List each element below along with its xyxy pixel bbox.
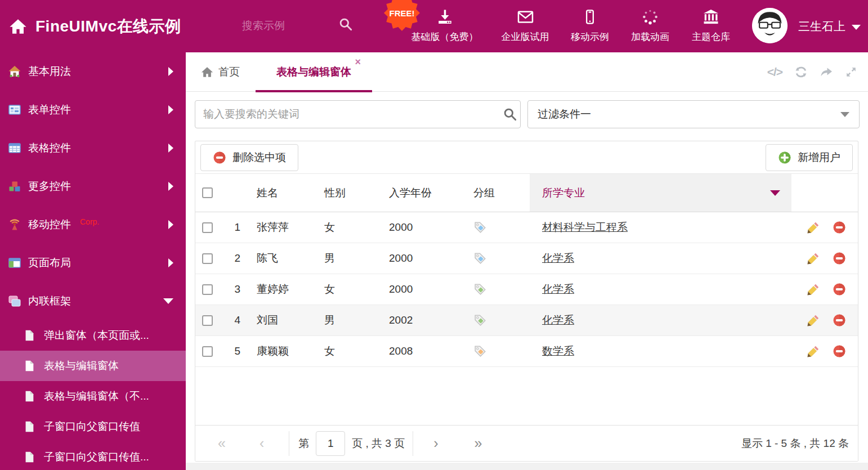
sidebar-item-label: 移动控件 <box>28 217 71 232</box>
sidebar-subitem-popup-window[interactable]: 弹出窗体（本页面或... <box>0 320 186 351</box>
sidebar-item-iframe[interactable]: 内联框架 <box>0 282 186 320</box>
minus-circle-icon <box>213 151 226 164</box>
first-page-button[interactable]: « <box>218 436 226 450</box>
frames-icon <box>8 294 21 308</box>
header-cell-group[interactable]: 分组 <box>457 174 530 212</box>
cell-gender: 女 <box>319 282 375 297</box>
add-user-button[interactable]: 新增用户 <box>766 144 853 171</box>
major-link[interactable]: 化学系 <box>542 314 574 326</box>
select-all-checkbox[interactable] <box>202 187 213 198</box>
nav-label: 企业版试用 <box>502 30 549 43</box>
table-row: 3 董婷婷 女 2000 化学系 <box>195 274 858 305</box>
edit-pencil-icon[interactable] <box>807 314 820 327</box>
home-colored-icon <box>8 65 21 78</box>
view-source-icon[interactable]: </> <box>767 65 782 79</box>
delete-row-icon[interactable] <box>833 314 846 327</box>
sidebar-item-label: 表格控件 <box>28 141 71 155</box>
sidebar-subitem-child-to-parent-2[interactable]: 子窗口向父窗口传值... <box>0 442 186 470</box>
antenna-icon <box>8 218 21 231</box>
sidebar-subitem-label: 子窗口向父窗口传值... <box>44 450 149 464</box>
cell-gender: 女 <box>319 220 375 235</box>
page-number-input[interactable] <box>316 431 345 456</box>
row-checkbox[interactable] <box>202 284 213 295</box>
tag-icon <box>473 344 487 358</box>
header-cell-year[interactable]: 入学年份 <box>375 174 457 212</box>
sidebar-item-label: 更多控件 <box>28 179 71 194</box>
row-checkbox[interactable] <box>202 253 213 264</box>
add-user-label: 新增用户 <box>798 150 840 165</box>
sidebar-item-page-layout[interactable]: 页面布局 <box>0 244 186 282</box>
sidebar-subitem-child-to-parent[interactable]: 子窗口向父窗口传值 <box>0 411 186 442</box>
spinner-icon <box>642 8 659 25</box>
prev-page-button[interactable]: ‹ <box>259 436 264 450</box>
bank-icon <box>702 8 720 25</box>
delete-row-icon[interactable] <box>833 344 846 358</box>
edit-pencil-icon[interactable] <box>807 283 820 296</box>
sidebar-item-basic-usage[interactable]: 基本用法 <box>0 52 186 91</box>
file-icon <box>23 329 35 342</box>
major-link[interactable]: 材料科学与工程系 <box>542 221 628 233</box>
user-avatar[interactable] <box>752 8 788 43</box>
filter-select[interactable]: 过滤条件一 <box>527 100 860 128</box>
tab-grid-edit-window[interactable]: 表格与编辑窗体 × <box>256 52 372 92</box>
nav-enterprise-trial[interactable]: 企业版试用 <box>502 8 549 43</box>
cell-name: 刘国 <box>250 313 319 328</box>
header-cell-gender[interactable]: 性别 <box>319 174 375 212</box>
sidebar-item-grid-controls[interactable]: 表格控件 <box>0 129 186 167</box>
major-link[interactable]: 化学系 <box>542 283 574 295</box>
sidebar-subitem-label: 子窗口向父窗口传值 <box>44 419 140 434</box>
delete-selected-label: 删除选中项 <box>232 150 286 165</box>
row-checkbox[interactable] <box>202 222 213 233</box>
nav-theme-repository[interactable]: 主题仓库 <box>692 8 730 43</box>
divider <box>413 431 413 456</box>
cubes-icon <box>8 180 21 193</box>
edit-pencil-icon[interactable] <box>807 221 820 234</box>
nav-basic-edition[interactable]: 基础版（免费） <box>411 8 478 43</box>
table-row: 1 张萍萍 女 2000 材料科学与工程系 <box>195 212 858 243</box>
header-cell-name[interactable]: 姓名 <box>250 174 319 212</box>
sidebar-item-label: 页面布局 <box>28 256 71 270</box>
brand[interactable]: FineUIMvc在线示例 <box>9 0 181 52</box>
row-checkbox[interactable] <box>202 315 213 326</box>
refresh-icon[interactable] <box>794 65 808 79</box>
nav-mobile-demo[interactable]: 移动示例 <box>571 8 609 43</box>
edit-pencil-icon[interactable] <box>807 252 820 265</box>
sidebar-subitem-grid-edit-window[interactable]: 表格与编辑窗体 <box>0 351 186 381</box>
user-menu[interactable]: 三生石上 <box>798 0 861 52</box>
form-icon <box>8 103 21 117</box>
search-icon[interactable] <box>503 107 517 122</box>
chevron-right-icon <box>168 182 173 191</box>
tab-home-label: 首页 <box>218 65 240 79</box>
major-link[interactable]: 化学系 <box>542 252 574 264</box>
major-link[interactable]: 数学系 <box>542 345 574 357</box>
sidebar-item-more-controls[interactable]: 更多控件 <box>0 167 186 205</box>
header-cell-major[interactable]: 所学专业 <box>530 174 791 212</box>
delete-row-icon[interactable] <box>833 252 846 265</box>
nav-loading-animation[interactable]: 加载动画 <box>631 8 669 43</box>
sidebar-item-mobile-controls[interactable]: 移动控件 Corp. <box>0 205 186 244</box>
record-summary: 显示 1 - 5 条 , 共 12 条 <box>741 436 849 451</box>
sidebar-subitem-grid-edit-window-2[interactable]: 表格与编辑窗体（不... <box>0 381 186 411</box>
share-icon[interactable] <box>820 65 833 79</box>
sidebar-subitem-label: 表格与编辑窗体 <box>44 359 119 373</box>
close-icon[interactable]: × <box>355 57 361 67</box>
keyword-search-input[interactable] <box>195 100 521 128</box>
cell-year: 2000 <box>375 221 457 234</box>
delete-row-icon[interactable] <box>833 221 846 234</box>
header-search-input[interactable] <box>242 16 332 35</box>
last-page-button[interactable]: » <box>475 436 482 450</box>
edit-pencil-icon[interactable] <box>807 344 820 358</box>
search-icon[interactable] <box>338 17 353 32</box>
next-page-button[interactable]: › <box>433 436 438 450</box>
table-row: 4 刘国 男 2002 化学系 <box>195 305 858 336</box>
delete-selected-button[interactable]: 删除选中项 <box>200 144 298 171</box>
header-major-label: 所学专业 <box>542 186 585 200</box>
sidebar-item-form-controls[interactable]: 表单控件 <box>0 91 186 129</box>
row-checkbox[interactable] <box>202 346 213 357</box>
expand-icon[interactable] <box>845 66 857 78</box>
tab-home[interactable]: 首页 <box>201 52 240 92</box>
delete-row-icon[interactable] <box>833 283 846 296</box>
header-cell-actions <box>791 174 858 212</box>
nav-label: 基础版（免费） <box>411 30 478 43</box>
sidebar-subitem-label: 弹出窗体（本页面或... <box>44 328 149 343</box>
